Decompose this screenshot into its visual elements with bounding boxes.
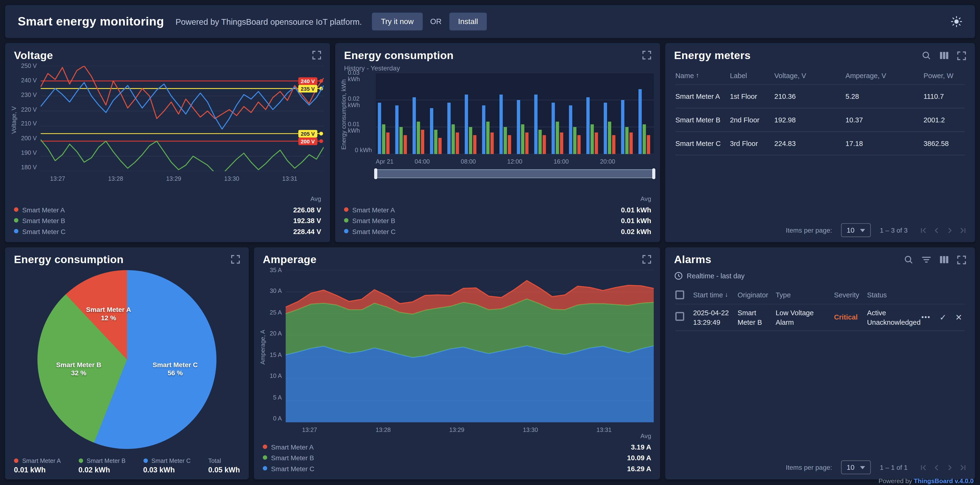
- paginator-last-button[interactable]: [959, 226, 967, 234]
- amperage-area-chart[interactable]: [285, 270, 654, 422]
- column-header-start-time[interactable]: Start time ↓: [693, 291, 737, 298]
- search-button[interactable]: [904, 255, 913, 265]
- page-title: Smart energy monitoring: [18, 14, 164, 29]
- row-checkbox[interactable]: [675, 312, 684, 321]
- pie-disc[interactable]: [37, 270, 216, 449]
- paginator-next-button[interactable]: [946, 463, 954, 471]
- fullscreen-button[interactable]: [312, 51, 321, 60]
- columns-button[interactable]: [940, 51, 949, 60]
- y-axis-ticks: 0.03 kWh0.02 kWh0.01 kWh0 kWh: [348, 70, 375, 154]
- column-header-label[interactable]: Label: [730, 71, 774, 79]
- last-page-icon: [959, 226, 967, 234]
- thingsboard-version-link[interactable]: ThingsBoard v.4.0.0: [914, 477, 974, 484]
- alarm-clear-button[interactable]: ✕: [953, 312, 965, 322]
- cell-name: Smart Meter C: [675, 139, 730, 148]
- legend-name: Smart Meter C: [352, 227, 396, 235]
- search-icon: [922, 51, 931, 60]
- fullscreen-button[interactable]: [642, 255, 651, 264]
- axis-tick: 13:29: [449, 426, 464, 433]
- widget-title: Energy consumption: [14, 254, 124, 266]
- column-header-severity[interactable]: Severity: [834, 291, 867, 298]
- columns-button[interactable]: [940, 255, 949, 265]
- legend-item[interactable]: Smart Meter A 0.01 kWh: [14, 457, 61, 474]
- legend-item[interactable]: Smart Meter C 16.29 A: [263, 463, 651, 474]
- legend-item[interactable]: Smart Meter A 0.01 kWh: [344, 204, 651, 215]
- paginator-last-button[interactable]: [959, 463, 967, 471]
- slider-left-handle[interactable]: [374, 168, 377, 179]
- widget-title: Amperage: [263, 254, 317, 266]
- search-button[interactable]: [922, 51, 931, 60]
- items-per-page-value: 10: [847, 464, 854, 471]
- paginator-next-button[interactable]: [946, 226, 954, 234]
- legend-item[interactable]: Smart Meter C 0.03 kWh: [143, 457, 191, 474]
- amperage-widget: Amperage Amperage, A 35 A30 A25 A20 A15 …: [254, 247, 660, 480]
- y-axis-label: Amperage, A: [259, 270, 267, 425]
- column-header-name[interactable]: Name ↑: [675, 71, 730, 79]
- legend-item[interactable]: Smart Meter B 0.01 kWh: [344, 215, 651, 226]
- axis-tick: 10 A: [270, 373, 282, 379]
- legend-item[interactable]: Smart Meter A 226.08 V: [14, 204, 321, 215]
- items-per-page-select[interactable]: 10: [841, 223, 871, 237]
- time-window-label: Realtime - last day: [687, 272, 745, 280]
- columns-icon: [940, 51, 949, 60]
- table-row[interactable]: Smart Meter C 3rd Floor 224.83 17.18 386…: [675, 132, 965, 155]
- legend-item[interactable]: Smart Meter B 0.02 kWh: [78, 457, 126, 474]
- legend-item[interactable]: Smart Meter C 228.44 V: [14, 226, 321, 236]
- legend-item[interactable]: Smart Meter C 0.02 kWh: [344, 226, 651, 236]
- filter-button[interactable]: [922, 255, 931, 265]
- legend-avg-header: Avg: [344, 195, 651, 202]
- legend-item[interactable]: Smart Meter A 3.19 A: [263, 441, 651, 452]
- items-per-page-select[interactable]: 10: [841, 460, 871, 474]
- axis-tick: 20:00: [600, 158, 615, 165]
- legend-value: 0.02 kWh: [78, 466, 126, 474]
- try-it-now-button[interactable]: Try it now: [372, 13, 423, 30]
- column-header-type[interactable]: Type: [775, 291, 834, 298]
- slider-selected-range[interactable]: [376, 169, 654, 178]
- legend-name: Smart Meter B: [87, 457, 126, 464]
- axis-tick: 240 V: [21, 77, 37, 84]
- fullscreen-button[interactable]: [957, 255, 966, 264]
- alarm-row[interactable]: 2025-04-22 13:29:49 Smart Meter B Low Vo…: [675, 304, 965, 331]
- pie-chart[interactable]: Smart Meter C56 %Smart Meter B32 %Smart …: [37, 270, 216, 449]
- axis-tick: 13:27: [50, 175, 65, 182]
- voltage-line-chart[interactable]: [40, 66, 324, 171]
- chevron-right-icon: [946, 226, 954, 234]
- fullscreen-button[interactable]: [231, 255, 240, 264]
- paginator-first-button[interactable]: [919, 463, 928, 471]
- column-header-amperage[interactable]: Amperage, V: [845, 71, 924, 79]
- table-row[interactable]: Smart Meter A 1st Floor 210.36 5.28 1110…: [675, 85, 965, 109]
- energy-consumption-bar-chart[interactable]: [376, 73, 654, 154]
- table-row[interactable]: Smart Meter B 2nd Floor 192.98 10.37 200…: [675, 108, 965, 132]
- legend-dot: [78, 458, 83, 463]
- alarm-acknowledge-button[interactable]: ✓: [937, 312, 949, 322]
- paginator-prev-button[interactable]: [932, 463, 941, 471]
- cell-voltage: 192.98: [774, 115, 845, 124]
- column-header-power[interactable]: Power, W: [924, 71, 957, 79]
- axis-tick: 08:00: [461, 158, 476, 165]
- time-window-indicator[interactable]: Realtime - last day: [665, 266, 975, 281]
- fullscreen-button[interactable]: [642, 51, 651, 60]
- chevron-down-icon: [860, 228, 865, 231]
- column-header-originator[interactable]: Originator: [738, 291, 776, 298]
- slider-right-handle[interactable]: [652, 168, 655, 179]
- legend-name: Smart Meter A: [22, 206, 65, 213]
- paginator-prev-button[interactable]: [932, 226, 941, 234]
- items-per-page-value: 10: [847, 227, 854, 234]
- items-per-page-label: Items per page:: [786, 227, 832, 234]
- axis-tick: 13:30: [224, 175, 239, 182]
- theme-toggle-button[interactable]: [951, 16, 962, 27]
- alarm-actions-menu-button[interactable]: •••: [919, 313, 933, 320]
- paginator-first-button[interactable]: [919, 226, 928, 234]
- fullscreen-button[interactable]: [957, 51, 966, 60]
- legend-name: Smart Meter B: [271, 454, 314, 461]
- select-all-checkbox[interactable]: [675, 290, 684, 299]
- items-per-page-label: Items per page:: [786, 464, 832, 471]
- legend-dot: [344, 229, 348, 233]
- time-window-slider[interactable]: [376, 169, 654, 178]
- legend-name: Smart Meter B: [22, 216, 65, 224]
- legend-item[interactable]: Smart Meter B 192.38 V: [14, 215, 321, 226]
- legend-item[interactable]: Smart Meter B 10.09 A: [263, 452, 651, 463]
- column-header-status[interactable]: Status: [867, 291, 918, 298]
- column-header-voltage[interactable]: Voltage, V: [774, 71, 845, 79]
- install-button[interactable]: Install: [449, 13, 487, 30]
